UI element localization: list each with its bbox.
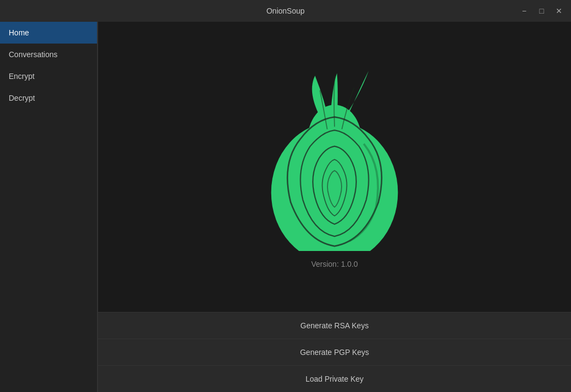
bottom-buttons: Generate RSA Keys Generate PGP Keys Load… bbox=[98, 312, 571, 392]
sidebar-item-encrypt[interactable]: Encrypt bbox=[0, 65, 98, 87]
titlebar: OnionSoup − □ ✕ bbox=[0, 0, 571, 22]
maximize-button[interactable]: □ bbox=[534, 3, 549, 19]
minimize-button[interactable]: − bbox=[517, 3, 532, 19]
sidebar-item-decrypt[interactable]: Decrypt bbox=[0, 87, 98, 109]
window-controls: − □ ✕ bbox=[517, 3, 567, 19]
generate-pgp-button[interactable]: Generate PGP Keys bbox=[98, 339, 571, 365]
onion-logo bbox=[242, 66, 427, 251]
sidebar-item-conversations[interactable]: Conversations bbox=[0, 44, 98, 65]
app-title: OnionSoup bbox=[266, 7, 305, 15]
sidebar: Home Conversations Encrypt Decrypt bbox=[0, 22, 98, 392]
close-button[interactable]: ✕ bbox=[551, 3, 567, 19]
load-private-key-button[interactable]: Load Private Key bbox=[98, 365, 571, 392]
generate-rsa-button[interactable]: Generate RSA Keys bbox=[98, 312, 571, 339]
main-layout: Home Conversations Encrypt Decrypt bbox=[0, 22, 571, 392]
logo-area: Version: 1.0.0 bbox=[242, 22, 427, 312]
content-area: Version: 1.0.0 Generate RSA Keys Generat… bbox=[98, 22, 571, 392]
version-label: Version: 1.0.0 bbox=[311, 260, 358, 268]
sidebar-item-home[interactable]: Home bbox=[0, 22, 98, 44]
